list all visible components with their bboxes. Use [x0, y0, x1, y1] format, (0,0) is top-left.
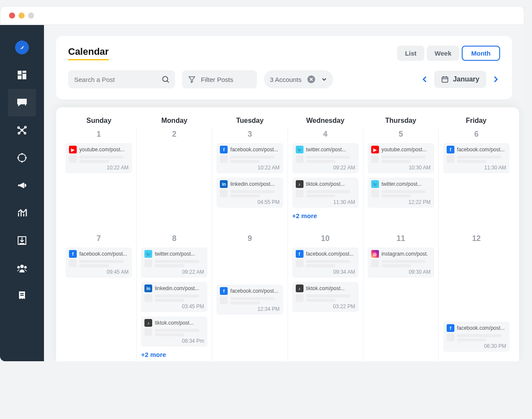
post-time: 12:34 PM — [220, 306, 279, 312]
day-number: 7 — [66, 234, 132, 243]
post-time: 09:22 AM — [296, 165, 355, 171]
svg-point-19 — [25, 157, 26, 158]
scheduled-post[interactable]: 🐦twitter.com/post...09:22 AM — [292, 143, 359, 173]
scheduled-post[interactable]: ffacebook.com/post...09:45 AM — [66, 247, 132, 278]
post-url: facebook.com/post... — [230, 147, 278, 153]
thumbnail-placeholder — [144, 260, 152, 267]
clear-icon[interactable] — [307, 75, 315, 83]
calendar-day-header: Wednesday — [288, 117, 363, 127]
scheduled-post[interactable]: ◎instagram.com/post.09:30 AM — [368, 247, 434, 278]
month-label: January — [453, 75, 479, 83]
scheduled-post[interactable]: 🐦twitter.com/post...09:22 AM — [141, 247, 207, 278]
accounts-selector[interactable]: 3 Accounts — [264, 70, 333, 88]
thumbnail-placeholder — [144, 294, 152, 302]
calendar-day-cell[interactable]: 5▶youtube.com/post...10:30 AM🐦twitter.co… — [363, 127, 439, 231]
filter-button[interactable]: Filter Posts — [182, 70, 257, 88]
more-posts-link[interactable]: +2 more — [292, 212, 359, 219]
calendar-day-cell[interactable]: 3ffacebook.com/post...10:22 AMinlinkedin… — [212, 127, 288, 231]
posts-icon[interactable] — [15, 96, 29, 109]
tk-icon: ♪ — [296, 285, 304, 292]
scheduled-post[interactable]: inlinkedin.com/post...04:55 PM — [216, 178, 283, 208]
team-icon[interactable] — [15, 261, 29, 275]
fb-icon: f — [220, 146, 228, 153]
scheduled-post[interactable]: ▶youtube.com/post...10:22 AM — [66, 143, 132, 173]
calendar-day-header: Tuesday — [212, 117, 288, 127]
tab-month[interactable]: Month — [462, 46, 500, 61]
scheduled-post[interactable]: ffacebook.com/post...11:30 AM — [443, 143, 510, 173]
thumbnail-placeholder — [296, 294, 304, 302]
calendar-day-cell[interactable]: 7ffacebook.com/post...09:45 AM — [61, 231, 137, 361]
scheduled-post[interactable]: ffacebook.com/post...09:34 AM — [292, 247, 359, 278]
scheduled-post[interactable]: ffacebook.com/post...12:34 PM — [216, 285, 283, 315]
close-window-icon[interactable] — [9, 13, 15, 19]
megaphone-icon[interactable] — [15, 178, 29, 192]
accounts-label: 3 Accounts — [270, 76, 301, 83]
tk-icon: ♪ — [144, 319, 152, 327]
calendar-day-cell[interactable]: 8🐦twitter.com/post...09:22 AMinlinkedin.… — [137, 231, 212, 361]
scheduled-post[interactable]: 🐦twitter.com/post...12:22 PM — [368, 178, 434, 208]
fb-icon: f — [447, 146, 454, 153]
fb-icon: f — [296, 250, 304, 258]
post-url: facebook.com/post... — [457, 147, 505, 153]
search-input-wrapper[interactable] — [68, 70, 175, 88]
calendar-day-cell[interactable]: 9ffacebook.com/post...12:34 PM — [212, 231, 288, 361]
calendar-day-cell[interactable]: 2 — [137, 127, 212, 231]
scheduled-post[interactable]: inlinkedin.com/post...03:45 PM — [141, 282, 207, 312]
post-time: 12:22 PM — [371, 199, 431, 205]
post-url: tiktok.com/post... — [306, 285, 345, 291]
post-time: 10:22 AM — [220, 165, 279, 171]
post-url: twitter.com/post... — [306, 147, 346, 153]
post-url: linkedin.com/post... — [155, 285, 199, 291]
li-icon: in — [220, 180, 228, 188]
maximize-window-icon[interactable] — [28, 13, 34, 19]
navigate-icon[interactable] — [15, 41, 29, 54]
calendar-day-cell[interactable]: 11◎instagram.com/post.09:30 AM — [363, 231, 439, 361]
prev-month-button[interactable] — [420, 75, 429, 84]
minimize-window-icon[interactable] — [19, 13, 25, 19]
post-time: 03:22 PM — [296, 303, 355, 310]
thumbnail-placeholder — [69, 260, 77, 267]
scheduled-post[interactable]: ffacebook.com/post...06:30 PM — [443, 322, 510, 352]
month-selector[interactable]: January — [434, 71, 486, 88]
tab-list[interactable]: List — [397, 46, 424, 61]
scheduled-post[interactable]: ▶youtube.com/post...10:30 AM — [368, 143, 434, 173]
svg-rect-2 — [22, 71, 26, 73]
calendar-header-row: SundayMondayTuesdayWednesdayThursdayFrid… — [61, 117, 514, 127]
day-number: 3 — [216, 130, 283, 139]
chevron-down-icon — [321, 76, 327, 82]
download-icon[interactable] — [15, 234, 29, 247]
scheduled-post[interactable]: ♪tiktok.com/post...03:22 PM — [292, 282, 359, 312]
post-url: youtube.com/post... — [382, 147, 427, 153]
post-url: facebook.com/post... — [457, 325, 505, 331]
svg-rect-1 — [18, 71, 22, 75]
svg-line-33 — [167, 81, 169, 82]
target-icon[interactable] — [15, 151, 29, 165]
calendar-day-cell[interactable]: 6ffacebook.com/post...11:30 AM — [439, 127, 514, 231]
yt-icon: ▶ — [69, 146, 77, 153]
thumbnail-placeholder — [220, 297, 228, 304]
more-posts-link[interactable]: +2 more — [141, 351, 207, 358]
tw-icon: 🐦 — [144, 250, 152, 258]
dashboard-icon[interactable] — [15, 68, 29, 82]
page-title: Calendar — [68, 46, 109, 60]
calendar-day-cell[interactable]: 1▶youtube.com/post...10:22 AM — [61, 127, 137, 231]
scheduled-post[interactable]: ffacebook.com/post...10:22 AM — [216, 143, 283, 173]
svg-line-11 — [19, 128, 22, 130]
calendar-day-cell[interactable]: 12ffacebook.com/post...06:30 PM — [439, 231, 514, 361]
reports-icon[interactable] — [15, 289, 29, 303]
calendar-day-cell[interactable]: 10ffacebook.com/post...09:34 AM♪tiktok.c… — [288, 231, 363, 361]
svg-point-29 — [24, 266, 27, 269]
analytics-icon[interactable] — [15, 206, 29, 220]
calendar-day-header: Friday — [438, 117, 514, 127]
thumbnail-placeholder — [144, 328, 152, 336]
scheduled-post[interactable]: ♪tiktok.com/post...06:34 Pm — [141, 316, 207, 347]
search-input[interactable] — [74, 76, 161, 83]
calendar-day-cell[interactable]: 4🐦twitter.com/post...09:22 AM♪tiktok.com… — [288, 127, 363, 231]
scheduled-post[interactable]: ♪tiktok.com/post...11:30 AM — [292, 178, 359, 208]
next-month-button[interactable] — [491, 75, 500, 84]
day-number: 5 — [368, 130, 434, 139]
svg-point-27 — [20, 265, 24, 268]
svg-rect-5 — [25, 102, 26, 106]
network-icon[interactable] — [15, 123, 29, 137]
tab-week[interactable]: Week — [427, 46, 459, 61]
